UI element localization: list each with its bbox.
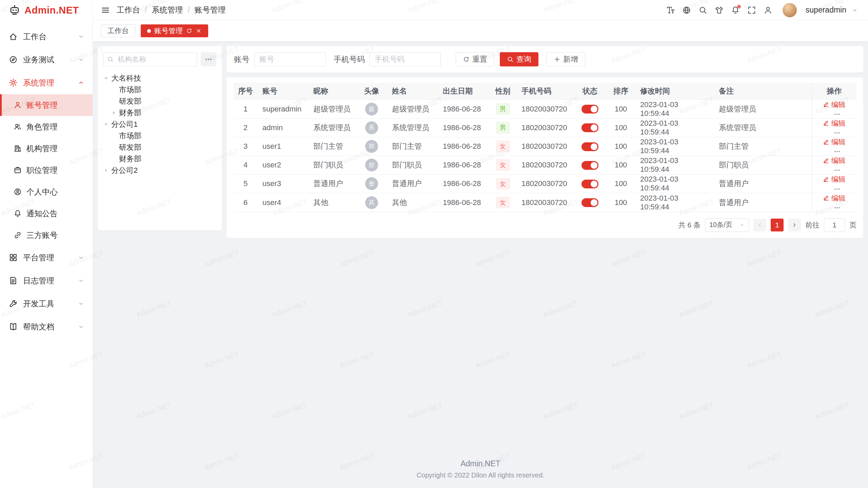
chevron-down-icon[interactable] <box>852 7 858 13</box>
menu-collapse-icon[interactable] <box>101 6 110 15</box>
edit-button[interactable]: 编辑 <box>823 119 846 128</box>
sidebar-item-help-docs[interactable]: 帮助文档 <box>0 315 93 338</box>
sidebar-item-notice[interactable]: 通知公告 <box>0 203 93 224</box>
close-icon[interactable] <box>196 28 202 34</box>
accounts-table: 序号 账号 昵称 头像 姓名 出生日期 性别 手机号码 状态 排序 修改时间 <box>233 83 856 212</box>
status-toggle[interactable] <box>581 105 598 114</box>
page-size-select[interactable]: 10条/页 <box>705 218 749 232</box>
app-title: Admin.NET <box>24 5 79 16</box>
cell-status <box>574 137 606 156</box>
sidebar-item-org-management[interactable]: 机构管理 <box>0 138 93 159</box>
next-page-button[interactable] <box>788 219 801 231</box>
caret-right-icon[interactable] <box>103 167 109 174</box>
cell-sort: 100 <box>606 193 635 212</box>
font-size-icon[interactable] <box>666 6 675 15</box>
cell-actions: 编辑 <box>812 175 856 193</box>
tree-node[interactable]: 分公司2 <box>103 165 216 176</box>
more-actions-button[interactable] <box>834 167 841 174</box>
sidebar: Admin.NET 工作台 业务测试 系统管理 账号管理 <box>0 0 93 488</box>
breadcrumb-item[interactable]: 工作台 <box>117 5 152 15</box>
more-actions-button[interactable] <box>834 186 841 192</box>
avatar[interactable] <box>783 3 797 17</box>
profile-icon[interactable] <box>764 6 772 15</box>
tree-node[interactable]: 研发部 <box>111 96 216 107</box>
phone-input[interactable] <box>370 52 441 66</box>
goto-page-input[interactable] <box>824 218 845 232</box>
sidebar-item-business-test[interactable]: 业务测试 <box>0 48 93 71</box>
plus-icon <box>554 56 560 63</box>
cell-gender: 女 <box>489 193 517 212</box>
col-avatar: 头像 <box>356 83 387 100</box>
tree-node[interactable]: 大名科技 <box>103 73 216 84</box>
more-actions-button[interactable] <box>834 148 841 155</box>
caret-right-icon[interactable] <box>111 110 117 116</box>
sidebar-item-platform-management[interactable]: 平台管理 <box>0 246 93 269</box>
cell-index: 1 <box>233 100 258 118</box>
edit-button[interactable]: 编辑 <box>823 194 846 203</box>
cell-avatar: 超 <box>356 100 387 118</box>
badge-icon <box>14 166 22 174</box>
tree-node[interactable]: 分公司1 <box>103 119 216 130</box>
more-dots-icon <box>834 186 841 192</box>
home-icon <box>9 32 18 41</box>
table-row: 3user1部门主管部部门主管1986-06-28女18020030720100… <box>233 137 856 156</box>
edit-button[interactable]: 编辑 <box>823 100 846 109</box>
more-actions-button[interactable] <box>834 204 841 211</box>
search-button[interactable]: 查询 <box>500 52 538 66</box>
tree-node-label: 大名科技 <box>111 73 141 83</box>
tree-node[interactable]: 市场部 <box>111 130 216 142</box>
sidebar-item-system-management[interactable]: 系统管理 <box>0 71 93 94</box>
cell-gender: 女 <box>489 156 517 175</box>
edit-button[interactable]: 编辑 <box>823 175 846 184</box>
notification-bell[interactable] <box>731 6 740 15</box>
caret-down-icon[interactable] <box>103 75 109 81</box>
cell-avatar: 部 <box>356 156 387 175</box>
add-button[interactable]: 新增 <box>547 52 585 66</box>
sidebar-item-third-party-account[interactable]: 三方账号 <box>0 224 93 246</box>
status-toggle[interactable] <box>581 180 598 188</box>
tree-node[interactable]: 财务部 <box>111 153 216 165</box>
more-dots-icon <box>834 167 841 174</box>
sidebar-item-label: 机构管理 <box>26 143 58 154</box>
language-globe-icon[interactable] <box>682 6 691 15</box>
status-toggle[interactable] <box>581 198 598 207</box>
sidebar-item-workbench[interactable]: 工作台 <box>0 25 93 48</box>
tab-workbench[interactable]: 工作台 <box>101 24 135 37</box>
tree-node[interactable]: 市场部 <box>111 84 216 96</box>
fullscreen-icon[interactable] <box>747 6 756 15</box>
status-toggle[interactable] <box>581 142 598 151</box>
prev-page-button[interactable] <box>753 219 766 231</box>
theme-icon[interactable] <box>715 6 724 15</box>
status-toggle[interactable] <box>581 161 598 170</box>
tree-node[interactable]: 财务部 <box>111 107 216 119</box>
caret-down-icon[interactable] <box>103 121 109 127</box>
sidebar-item-role-management[interactable]: 角色管理 <box>0 116 93 138</box>
search-icon[interactable] <box>698 6 707 15</box>
page-number-button[interactable]: 1 <box>771 219 784 231</box>
sidebar-item-position-management[interactable]: 职位管理 <box>0 159 93 181</box>
sidebar-item-log-management[interactable]: 日志管理 <box>0 269 93 292</box>
more-actions-button[interactable] <box>834 129 841 136</box>
username[interactable]: superadmin <box>806 5 846 15</box>
refresh-icon[interactable] <box>186 28 192 34</box>
cell-birthdate: 1986-06-28 <box>438 175 489 193</box>
breadcrumb-item[interactable]: 系统管理 <box>152 5 194 15</box>
edit-button[interactable]: 编辑 <box>823 156 846 165</box>
cell-sort: 100 <box>606 100 635 118</box>
account-input[interactable] <box>254 52 326 66</box>
tab-account-management[interactable]: 账号管理 <box>141 24 208 37</box>
tree-more-button[interactable] <box>201 52 216 66</box>
reset-button[interactable]: 重置 <box>456 52 494 66</box>
sidebar-item-label: 角色管理 <box>26 122 58 132</box>
cell-phone: 18020030720 <box>517 193 574 212</box>
cell-name: 部门主管 <box>387 137 438 156</box>
cell-nickname: 系统管理员 <box>309 118 356 137</box>
sidebar-item-personal-center[interactable]: 个人中心 <box>0 181 93 203</box>
sidebar-item-dev-tools[interactable]: 开发工具 <box>0 292 93 315</box>
tree-node[interactable]: 研发部 <box>111 142 216 153</box>
status-toggle[interactable] <box>581 123 598 132</box>
more-actions-button[interactable] <box>834 111 841 118</box>
sidebar-item-account-management[interactable]: 账号管理 <box>0 94 93 116</box>
org-search-input[interactable] <box>103 52 197 66</box>
edit-button[interactable]: 编辑 <box>823 137 846 147</box>
